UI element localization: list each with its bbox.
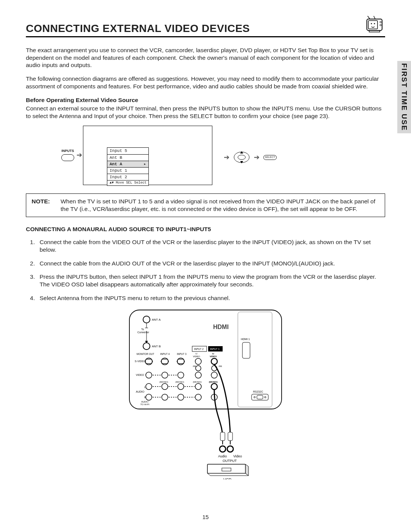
before-operating-text: Connect an external source to the INPUT …: [26, 105, 385, 120]
col-input2: INPUT 2: [194, 348, 204, 350]
svg-point-34: [195, 358, 201, 364]
step-2: Connect the cable from the AUDIO OUT of …: [37, 260, 385, 267]
vcr-video-label: Video: [233, 454, 242, 458]
svg-text:(MONO): (MONO): [159, 381, 168, 383]
page-title: CONNECTING EXTERNAL VIDEO DEVICES: [26, 22, 250, 35]
arrow-right-icon: ➔: [254, 153, 260, 162]
svg-point-51: [195, 394, 201, 400]
section-tab-first-time-use: FIRST TIME USE: [397, 61, 411, 133]
svg-point-3: [380, 24, 381, 26]
menu-item: Input 5: [107, 148, 148, 154]
row-audio: AUDIO: [136, 390, 145, 393]
svg-point-47: [211, 383, 217, 390]
svg-rect-71: [220, 432, 225, 441]
svg-rect-77: [207, 464, 245, 473]
step-1: Connect the cable from the VIDEO OUT of …: [37, 238, 385, 254]
svg-point-45: [178, 383, 184, 390]
svg-point-7: [234, 152, 249, 163]
note-box: NOTE: When the TV is set to INPUT 1 to 5…: [26, 193, 385, 217]
svg-text:AUDIO: AUDIO: [141, 401, 148, 403]
col-input4: INPUT 4: [160, 353, 170, 355]
svg-point-76: [227, 446, 233, 452]
back-panel-svg: HDMI HDMI 1 ANT A ANT B To Converter MON…: [127, 308, 284, 479]
svg-text:(MONO): (MONO): [209, 381, 218, 383]
svg-point-38: [146, 372, 152, 378]
svg-point-2: [380, 21, 381, 23]
back-panel-diagram: HDMI HDMI 1 ANT A ANT B To Converter MON…: [26, 308, 385, 481]
vcr-label: VCR: [223, 478, 231, 479]
vcr-output-label: OUTPUT: [223, 459, 237, 463]
svg-point-39: [162, 372, 168, 378]
ant-a-label: ANT A: [152, 318, 161, 321]
svg-text:Converter: Converter: [137, 331, 149, 334]
arrow-right-icon: ➔: [224, 153, 229, 162]
svg-text:Y/: Y/: [212, 353, 214, 355]
svg-point-75: [220, 446, 226, 452]
tv-screen-outline: INPUTS ➔ Input 5 Ant B Ant A▸ Input 1 In…: [83, 126, 212, 185]
svg-point-69: [264, 396, 266, 398]
svg-point-68: [254, 396, 255, 398]
select-remote-button: SELECT: [263, 155, 277, 160]
menu-item-selected: Ant A▸: [107, 161, 148, 168]
menu-item: Ant B: [107, 155, 148, 161]
menu-item: Input 2: [107, 174, 148, 181]
svg-text:PB: PB: [193, 365, 196, 367]
inputs-diagram: INPUTS ➔ Input 5 Ant B Ant A▸ Input 1 In…: [83, 126, 385, 185]
svg-marker-31: [145, 359, 153, 364]
svg-rect-6: [369, 30, 380, 32]
vcr-audio-label: Audio: [218, 454, 227, 458]
col-input3: INPUT 3: [177, 353, 186, 355]
cursor-select-group: ➔ ➔ SELECT: [224, 150, 277, 165]
col-input1: INPUT 1: [210, 348, 220, 350]
row-video: VIDEO: [136, 374, 144, 376]
row-svideo: S-VIDEO: [135, 360, 146, 363]
intro-paragraph-1: The exact arrangement you use to connect…: [26, 46, 385, 69]
note-label: NOTE:: [32, 198, 50, 213]
svg-rect-67: [252, 394, 268, 400]
svg-text:VIDEO: VIDEO: [210, 355, 217, 358]
to-converter-label: To: [141, 328, 144, 331]
svg-point-44: [162, 383, 168, 390]
svg-text:Y/: Y/: [195, 353, 198, 355]
arrow-right-icon: ➔: [76, 151, 82, 160]
inputs-button-icon: [61, 154, 74, 161]
note-text: When the TV is set to INPUT 1 to 5 and a…: [61, 198, 379, 213]
svg-rect-70: [257, 395, 263, 399]
col-monitor-out: MONITOR OUT: [137, 353, 154, 355]
svg-point-41: [195, 372, 201, 378]
step-3: Press the INPUTS button, then select INP…: [37, 273, 385, 288]
cursor-pad-icon: [233, 150, 250, 165]
monaural-heading: CONNECTING A MONAURAL AUDIO SOURCE TO IN…: [26, 225, 385, 233]
svg-marker-32: [161, 359, 169, 364]
page-header: CONNECTING EXTERNAL VIDEO DEVICES: [26, 15, 385, 37]
svg-marker-78: [207, 473, 249, 476]
svg-marker-33: [177, 359, 185, 364]
svg-point-48: [146, 394, 152, 400]
inputs-button-label: INPUTS: [61, 149, 74, 153]
svg-text:PR: PR: [219, 365, 222, 367]
svg-text:(MONO): (MONO): [175, 381, 184, 383]
hdmi-logo: HDMI: [213, 324, 229, 330]
svg-point-15: [143, 343, 150, 350]
svg-point-36: [196, 366, 201, 371]
svg-point-35: [211, 358, 217, 364]
svg-point-4: [371, 23, 372, 24]
svg-point-14: [143, 316, 150, 323]
svg-text:VIDEO: VIDEO: [193, 355, 200, 358]
svg-point-49: [162, 394, 168, 400]
svg-point-43: [146, 383, 152, 390]
submenu-arrow-icon: ▸: [143, 161, 146, 167]
svg-text:(MONO): (MONO): [193, 381, 202, 383]
svg-rect-13: [242, 342, 250, 358]
svg-text:TO HI-FI: TO HI-FI: [140, 403, 150, 406]
hdmi1-label: HDMI 1: [241, 338, 250, 340]
section-tab-label: FIRST TIME USE: [400, 63, 409, 131]
step-4: Select Antenna from the INPUTS menu to r…: [37, 294, 385, 302]
svg-marker-9: [240, 151, 243, 153]
svg-point-46: [195, 383, 201, 390]
rs232c-label: RS232C: [253, 390, 263, 393]
inputs-button-block: INPUTS ➔: [61, 149, 82, 161]
page-number: 15: [202, 513, 209, 521]
svg-point-8: [238, 155, 245, 160]
inputs-remote-button: INPUTS: [61, 149, 74, 161]
